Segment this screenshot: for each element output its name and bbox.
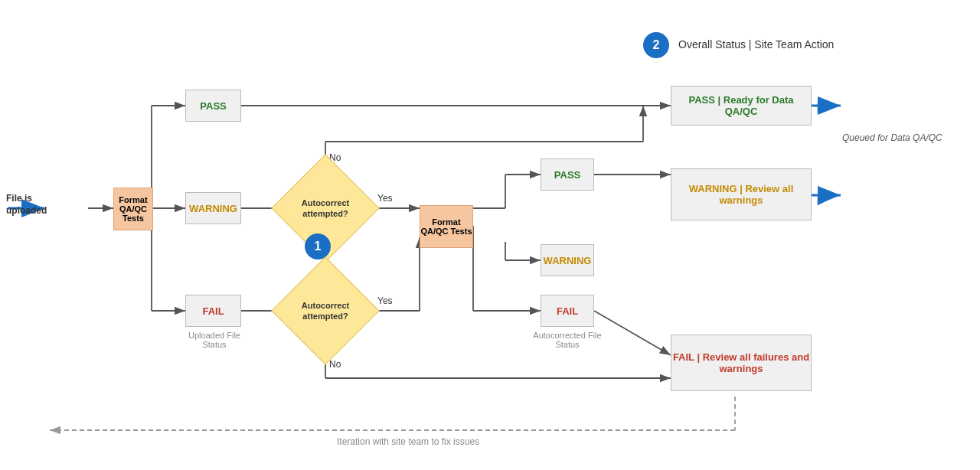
file-uploaded-label: File is uploaded	[6, 193, 60, 217]
svg-line-33	[594, 311, 671, 355]
fail-outcome-box: FAIL | Review all failures and warnings	[671, 335, 812, 391]
autocorrect-diamond-1: Autocorrect attempted?	[286, 176, 365, 240]
autocorrected-file-status-label: Autocorrected File Status	[533, 331, 602, 349]
warning-status-box: WARNING	[185, 192, 241, 224]
fail-after-box: FAIL	[541, 295, 594, 327]
step2-badge: 2	[643, 32, 669, 58]
svg-text:Yes: Yes	[377, 295, 393, 306]
arrows-svg: Yes No Yes No	[0, 0, 980, 470]
pass-outcome-box: PASS | Ready for Data QA/QC	[671, 86, 812, 126]
pass-after-box: PASS	[541, 158, 594, 191]
uploaded-file-status-label: Uploaded File Status	[180, 331, 249, 349]
step2-title-label: Overall Status | Site Team Action	[678, 38, 834, 51]
svg-text:Yes: Yes	[377, 193, 393, 204]
warning-after-box: WARNING	[541, 244, 594, 276]
warning-outcome-arrow: ►	[814, 188, 832, 210]
svg-text:No: No	[329, 359, 341, 370]
format-qaqc-box-2: Format QA/QC Tests	[420, 205, 473, 248]
pass-outcome-arrow: ►	[814, 96, 832, 117]
autocorrect-diamond-2: Autocorrect attempted?	[286, 279, 365, 343]
iteration-label: Iteration with site team to fix issues	[337, 436, 479, 447]
step1-badge: 1	[305, 233, 331, 259]
format-qaqc-box-1: Format QA/QC Tests	[113, 188, 153, 230]
warning-outcome-box: WARNING | Review all warnings	[671, 168, 812, 220]
flowchart-diagram: Yes No Yes No	[0, 0, 980, 470]
fail-status-box: FAIL	[185, 295, 241, 327]
queued-label: Queued for Data QA/QC	[842, 132, 942, 143]
pass-status-box: PASS	[185, 90, 241, 122]
